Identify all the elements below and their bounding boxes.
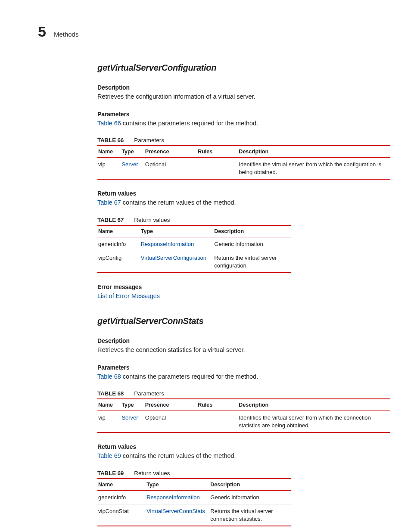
return-heading: Return values <box>97 190 390 197</box>
table-header: Rules <box>197 399 238 411</box>
cell-name: genericInfo <box>97 490 146 504</box>
table-caption-text: Return values <box>134 217 170 223</box>
table-header-row: Name Type Description <box>97 479 291 491</box>
table-ref-link[interactable]: Table 68 <box>97 373 121 380</box>
cell-presence: Optional <box>144 411 197 433</box>
error-heading: Error messages <box>97 283 390 290</box>
cell-description: Generic information. <box>209 490 291 504</box>
table-caption: TABLE 68Parameters <box>97 390 390 397</box>
cell-description: Identifies the virtual server from which… <box>238 158 390 180</box>
cell-description: Returns the virtual server connection st… <box>209 504 291 526</box>
return-table: Name Type Description genericInfo Respon… <box>97 478 291 527</box>
description-text: Retrieves the connection statistics for … <box>97 346 390 355</box>
method-title: getVirtualServerConfiguration <box>97 63 390 73</box>
parameters-heading: Parameters <box>97 111 390 118</box>
parameters-intro-suffix: contains the parameters required for the… <box>121 373 258 380</box>
cell-type: Server <box>121 411 144 433</box>
table-ref-link[interactable]: Table 66 <box>97 120 121 127</box>
parameters-intro: Table 66 contains the parameters require… <box>97 119 390 128</box>
type-link[interactable]: VirtualServerConnStats <box>146 508 205 514</box>
parameters-table: Name Type Presence Rules Description vip… <box>97 398 390 433</box>
table-caption: TABLE 67Return values <box>97 217 390 223</box>
table-header: Name <box>97 479 146 491</box>
table-header: Name <box>97 225 140 237</box>
table-caption: TABLE 69Return values <box>97 470 390 476</box>
cell-type: VirtualServerConfiguration <box>140 251 214 273</box>
return-heading: Return values <box>97 443 390 450</box>
cell-type: ResponseInformation <box>146 490 209 504</box>
table-header: Description <box>209 479 291 491</box>
cell-rules <box>197 411 238 433</box>
table-row: vip Server Optional Identifies the virtu… <box>97 411 390 433</box>
cell-type: VirtualServerConnStats <box>146 504 209 526</box>
table-header: Description <box>238 146 390 158</box>
type-link[interactable]: ResponseInformation <box>141 241 194 247</box>
table-header: Type <box>146 479 209 491</box>
cell-type: ResponseInformation <box>140 237 214 251</box>
table-row: vip Server Optional Identifies the virtu… <box>97 158 390 180</box>
table-caption-label: TABLE 66 <box>97 137 124 143</box>
table-header: Type <box>121 399 144 411</box>
table-caption-label: TABLE 68 <box>97 390 124 397</box>
error-link-line: List of Error Messages <box>97 292 390 301</box>
chapter-label: Methods <box>54 31 79 38</box>
table-header: Rules <box>197 146 238 158</box>
table-caption-label: TABLE 69 <box>97 470 124 476</box>
cell-name: vipConfig <box>97 251 140 273</box>
type-link[interactable]: Server <box>121 161 138 168</box>
return-intro-suffix: contains the return values of the method… <box>121 199 236 206</box>
table-header: Description <box>213 225 291 237</box>
return-table: Name Type Description genericInfo Respon… <box>97 225 291 274</box>
description-heading: Description <box>97 84 390 91</box>
table-caption: TABLE 66Parameters <box>97 137 390 143</box>
table-header: Description <box>238 399 390 411</box>
cell-description: Generic information. <box>213 237 291 251</box>
cell-name: vip <box>97 411 121 433</box>
content-area: getVirtualServerConfiguration Descriptio… <box>97 63 390 532</box>
table-row: vipConnStat VirtualServerConnStats Retur… <box>97 504 291 526</box>
table-ref-link[interactable]: Table 67 <box>97 199 121 206</box>
table-caption-label: TABLE 67 <box>97 217 124 223</box>
parameters-intro: Table 68 contains the parameters require… <box>97 373 390 381</box>
table-row: vipConfig VirtualServerConfiguration Ret… <box>97 251 291 273</box>
table-header-row: Name Type Presence Rules Description <box>97 146 390 158</box>
chapter-number: 5 <box>38 24 46 39</box>
type-link[interactable]: VirtualServerConfiguration <box>141 255 206 261</box>
description-text: Retrieves the configuration information … <box>97 93 390 101</box>
table-header: Type <box>121 146 144 158</box>
table-caption-text: Parameters <box>134 390 164 397</box>
table-header-row: Name Type Description <box>97 225 291 237</box>
method-title: getVirtualServerConnStats <box>97 316 390 326</box>
method-section: getVirtualServerConfiguration Descriptio… <box>97 63 390 301</box>
return-intro-suffix: contains the return values of the method… <box>121 452 236 459</box>
return-intro: Table 69 contains the return values of t… <box>97 452 390 460</box>
table-header: Presence <box>144 399 197 411</box>
table-header: Type <box>140 225 214 237</box>
return-intro: Table 67 contains the return values of t… <box>97 199 390 207</box>
cell-name: vip <box>97 158 121 180</box>
cell-description: Returns the virtual server configuration… <box>213 251 291 273</box>
parameters-table: Name Type Presence Rules Description vip… <box>97 145 390 180</box>
parameters-heading: Parameters <box>97 364 390 371</box>
cell-presence: Optional <box>144 158 197 180</box>
cell-name: genericInfo <box>97 237 140 251</box>
type-link[interactable]: Server <box>121 414 138 421</box>
table-header: Name <box>97 399 121 411</box>
cell-name: vipConnStat <box>97 504 146 526</box>
table-header: Name <box>97 146 121 158</box>
table-ref-link[interactable]: Table 69 <box>97 452 121 459</box>
method-section: getVirtualServerConnStats Description Re… <box>97 316 390 532</box>
cell-type: Server <box>121 158 144 180</box>
description-heading: Description <box>97 337 390 344</box>
table-caption-text: Parameters <box>134 137 164 143</box>
cell-rules <box>197 158 238 180</box>
table-caption-text: Return values <box>134 470 170 476</box>
page-header: 5 Methods <box>38 24 390 39</box>
type-link[interactable]: ResponseInformation <box>146 494 200 501</box>
table-header-row: Name Type Presence Rules Description <box>97 399 390 411</box>
page-container: 5 Methods getVirtualServerConfiguration … <box>0 0 411 532</box>
cell-description: Identifies the virtual server from which… <box>238 411 390 433</box>
parameters-intro-suffix: contains the parameters required for the… <box>121 120 258 127</box>
error-messages-link[interactable]: List of Error Messages <box>97 292 160 299</box>
table-row: genericInfo ResponseInformation Generic … <box>97 237 291 251</box>
